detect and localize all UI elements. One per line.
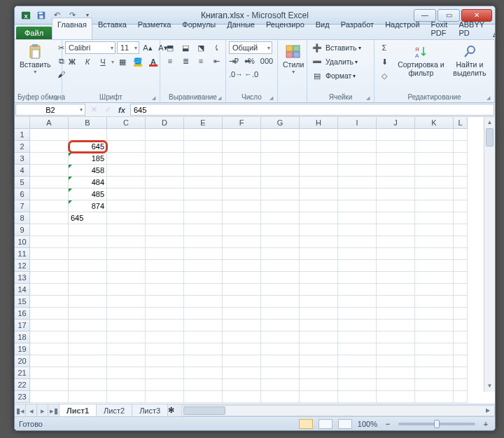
column-header-H[interactable]: H	[300, 117, 338, 129]
row-header-21[interactable]: 21	[15, 367, 30, 379]
cell-D11[interactable]	[146, 248, 184, 260]
fill-color-icon[interactable]: 🪣	[131, 55, 145, 68]
cell-J10[interactable]	[377, 236, 415, 248]
cell-D3[interactable]	[146, 153, 184, 165]
cell-E18[interactable]	[184, 331, 223, 343]
cell-J6[interactable]	[377, 189, 415, 200]
cell-L19[interactable]	[454, 343, 468, 355]
cell-K18[interactable]	[415, 331, 454, 343]
font-color-icon[interactable]: A	[146, 55, 160, 68]
cell-B12[interactable]	[69, 260, 107, 272]
align-left-icon[interactable]: ≡	[163, 55, 177, 67]
fill-icon[interactable]: ⬇	[377, 55, 391, 68]
row-header-5[interactable]: 5	[15, 177, 30, 189]
cell-B23[interactable]	[69, 391, 107, 403]
cell-B11[interactable]	[69, 248, 107, 260]
sheet-nav-prev-icon[interactable]: ◂	[26, 404, 37, 417]
cell-K2[interactable]	[415, 141, 454, 153]
cell-I9[interactable]	[338, 224, 377, 236]
cell-J9[interactable]	[377, 224, 415, 236]
cell-L17[interactable]	[454, 320, 468, 331]
cell-A2[interactable]	[30, 141, 69, 153]
paste-button[interactable]: Вставить ▼	[18, 41, 53, 76]
column-header-E[interactable]: E	[184, 117, 223, 129]
cell-F5[interactable]	[223, 177, 261, 189]
cell-E4[interactable]	[184, 165, 223, 177]
cell-C23[interactable]	[107, 391, 146, 403]
ribbon-tab-формулы[interactable]: Формулы	[176, 18, 221, 39]
ribbon-tab-вид[interactable]: Вид	[310, 18, 335, 39]
ribbon-tab-данные[interactable]: Данные	[221, 18, 260, 39]
cell-F18[interactable]	[223, 331, 261, 343]
cell-G17[interactable]	[261, 320, 300, 331]
cell-F15[interactable]	[223, 296, 261, 308]
row-header-3[interactable]: 3	[15, 153, 30, 165]
cell-A4[interactable]	[30, 165, 69, 177]
cell-D16[interactable]	[146, 308, 184, 320]
cell-B18[interactable]	[69, 331, 107, 343]
cell-L3[interactable]	[454, 153, 468, 165]
cell-F23[interactable]	[223, 391, 261, 403]
cell-G6[interactable]	[261, 189, 300, 200]
cell-D21[interactable]	[146, 367, 184, 379]
scroll-right-icon[interactable]: ▶	[483, 406, 493, 416]
cell-G16[interactable]	[261, 308, 300, 320]
cell-E20[interactable]	[184, 355, 223, 367]
new-sheet-icon[interactable]: ✻	[168, 406, 174, 415]
ribbon-tab-foxit pdf[interactable]: Foxit PDF	[426, 18, 454, 39]
cell-B20[interactable]	[69, 355, 107, 367]
row-header-14[interactable]: 14	[15, 284, 30, 296]
cell-A1[interactable]	[30, 129, 69, 141]
cell-H2[interactable]	[300, 141, 338, 153]
cell-G12[interactable]	[261, 260, 300, 272]
cell-D5[interactable]	[146, 177, 184, 189]
cell-L2[interactable]	[454, 141, 468, 153]
cell-B7[interactable]: 874	[69, 200, 107, 212]
cell-I3[interactable]	[338, 153, 377, 165]
cell-F10[interactable]	[223, 236, 261, 248]
vertical-scrollbar[interactable]: ▲ ▼	[484, 117, 495, 392]
border-icon[interactable]: ▦	[115, 55, 130, 68]
cell-K10[interactable]	[415, 236, 454, 248]
cell-I5[interactable]	[338, 177, 377, 189]
cell-L5[interactable]	[454, 177, 468, 189]
cell-F22[interactable]	[223, 379, 261, 391]
cell-L9[interactable]	[454, 224, 468, 236]
cell-H14[interactable]	[300, 284, 338, 296]
cell-K7[interactable]	[415, 200, 454, 212]
cell-F17[interactable]	[223, 320, 261, 331]
cell-styles-button[interactable]: Стили ▼	[281, 41, 306, 76]
cell-A21[interactable]	[30, 367, 69, 379]
cell-J14[interactable]	[377, 284, 415, 296]
cell-K13[interactable]	[415, 272, 454, 284]
cell-F14[interactable]	[223, 284, 261, 296]
cell-G10[interactable]	[261, 236, 300, 248]
cell-G8[interactable]	[261, 212, 300, 224]
cell-A20[interactable]	[30, 355, 69, 367]
cell-H21[interactable]	[300, 367, 338, 379]
ribbon-tab-главная[interactable]: Главная	[52, 18, 92, 39]
cell-F9[interactable]	[223, 224, 261, 236]
row-header-17[interactable]: 17	[15, 320, 30, 331]
cell-E19[interactable]	[184, 343, 223, 355]
cell-A23[interactable]	[30, 391, 69, 403]
cell-B10[interactable]	[69, 236, 107, 248]
name-box[interactable]: B2	[15, 104, 85, 116]
cell-C14[interactable]	[107, 284, 146, 296]
row-header-22[interactable]: 22	[15, 379, 30, 391]
cell-I20[interactable]	[338, 355, 377, 367]
cell-I22[interactable]	[338, 379, 377, 391]
cell-I8[interactable]	[338, 212, 377, 224]
cell-H5[interactable]	[300, 177, 338, 189]
cell-G18[interactable]	[261, 331, 300, 343]
cell-A19[interactable]	[30, 343, 69, 355]
cell-F6[interactable]	[223, 189, 261, 200]
cell-H22[interactable]	[300, 379, 338, 391]
cell-C5[interactable]	[107, 177, 146, 189]
cancel-formula-icon[interactable]: ✕	[88, 105, 100, 114]
row-header-9[interactable]: 9	[15, 224, 30, 236]
cell-E5[interactable]	[184, 177, 223, 189]
cell-E8[interactable]	[184, 212, 223, 224]
cell-K20[interactable]	[415, 355, 454, 367]
cell-K16[interactable]	[415, 308, 454, 320]
